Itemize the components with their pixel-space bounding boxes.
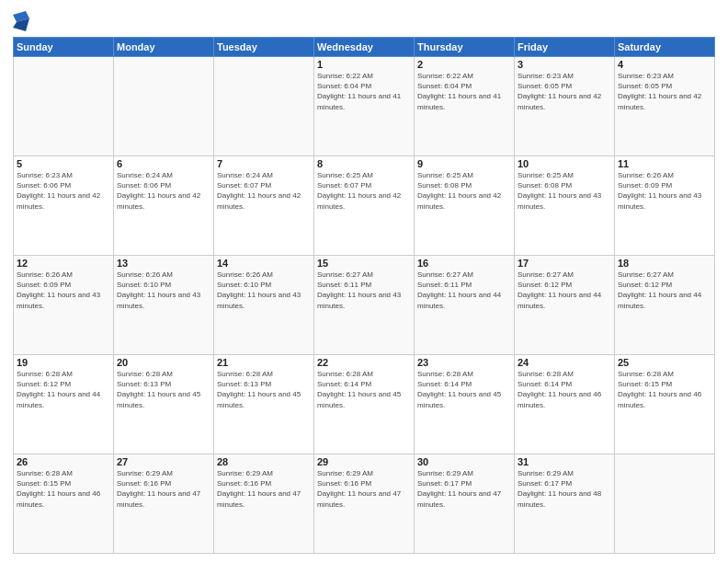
day-info: Sunrise: 6:28 AMSunset: 6:15 PMDaylight:…	[618, 369, 711, 410]
day-info: Sunrise: 6:27 AMSunset: 6:12 PMDaylight:…	[618, 270, 711, 311]
calendar-cell-5-7	[615, 454, 715, 554]
day-info: Sunrise: 6:22 AMSunset: 6:04 PMDaylight:…	[417, 71, 511, 112]
calendar-cell-2-4: 8Sunrise: 6:25 AMSunset: 6:07 PMDaylight…	[314, 156, 415, 256]
day-info: Sunrise: 6:28 AMSunset: 6:13 PMDaylight:…	[117, 369, 210, 410]
day-info: Sunrise: 6:29 AMSunset: 6:16 PMDaylight:…	[117, 468, 210, 510]
week-row-1: 1Sunrise: 6:22 AMSunset: 6:04 PMDaylight…	[14, 57, 715, 156]
calendar-cell-1-6: 3Sunrise: 6:23 AMSunset: 6:05 PMDaylight…	[515, 57, 615, 156]
calendar-cell-1-7: 4Sunrise: 6:23 AMSunset: 6:05 PMDaylight…	[615, 57, 715, 156]
logo	[13, 9, 31, 31]
calendar-cell-4-7: 25Sunrise: 6:28 AMSunset: 6:15 PMDayligh…	[615, 355, 715, 454]
day-number: 15	[317, 258, 411, 269]
day-number: 5	[17, 158, 110, 169]
calendar-cell-5-5: 30Sunrise: 6:29 AMSunset: 6:17 PMDayligh…	[415, 454, 515, 554]
calendar-cell-5-3: 28Sunrise: 6:29 AMSunset: 6:16 PMDayligh…	[214, 454, 314, 554]
day-number: 17	[518, 258, 611, 269]
calendar-cell-3-5: 16Sunrise: 6:27 AMSunset: 6:11 PMDayligh…	[415, 256, 515, 355]
day-number: 1	[317, 59, 411, 70]
day-info: Sunrise: 6:28 AMSunset: 6:15 PMDaylight:…	[17, 468, 110, 510]
calendar-cell-5-2: 27Sunrise: 6:29 AMSunset: 6:16 PMDayligh…	[114, 454, 214, 554]
calendar-cell-2-3: 7Sunrise: 6:24 AMSunset: 6:07 PMDaylight…	[214, 156, 314, 256]
day-number: 20	[117, 357, 210, 368]
calendar-cell-5-1: 26Sunrise: 6:28 AMSunset: 6:15 PMDayligh…	[14, 454, 114, 554]
day-info: Sunrise: 6:29 AMSunset: 6:16 PMDaylight:…	[317, 468, 411, 510]
calendar-cell-2-5: 9Sunrise: 6:25 AMSunset: 6:08 PMDaylight…	[415, 156, 515, 256]
day-info: Sunrise: 6:29 AMSunset: 6:16 PMDaylight:…	[217, 468, 311, 510]
day-number: 23	[417, 357, 511, 368]
day-info: Sunrise: 6:23 AMSunset: 6:05 PMDaylight:…	[618, 71, 711, 112]
day-number: 22	[317, 357, 411, 368]
day-info: Sunrise: 6:26 AMSunset: 6:09 PMDaylight:…	[618, 170, 711, 212]
week-row-4: 19Sunrise: 6:28 AMSunset: 6:12 PMDayligh…	[14, 355, 715, 454]
day-number: 4	[618, 59, 711, 70]
header	[13, 9, 715, 31]
logo-icon	[13, 11, 29, 31]
day-number: 26	[17, 456, 110, 467]
day-number: 25	[618, 357, 711, 368]
day-number: 31	[518, 456, 611, 467]
calendar-cell-1-5: 2Sunrise: 6:22 AMSunset: 6:04 PMDaylight…	[415, 57, 515, 156]
calendar-cell-4-5: 23Sunrise: 6:28 AMSunset: 6:14 PMDayligh…	[415, 355, 515, 454]
day-info: Sunrise: 6:28 AMSunset: 6:14 PMDaylight:…	[417, 369, 511, 410]
day-info: Sunrise: 6:28 AMSunset: 6:13 PMDaylight:…	[217, 369, 311, 410]
calendar-cell-2-1: 5Sunrise: 6:23 AMSunset: 6:06 PMDaylight…	[14, 156, 114, 256]
calendar-cell-2-7: 11Sunrise: 6:26 AMSunset: 6:09 PMDayligh…	[615, 156, 715, 256]
day-number: 16	[417, 258, 511, 269]
weekday-header-sunday: Sunday	[14, 38, 114, 57]
day-number: 13	[117, 258, 210, 269]
day-number: 30	[417, 456, 511, 467]
weekday-header-wednesday: Wednesday	[314, 38, 415, 57]
page: SundayMondayTuesdayWednesdayThursdayFrid…	[0, 0, 728, 563]
day-number: 9	[417, 158, 511, 169]
day-number: 14	[217, 258, 311, 269]
calendar-cell-4-2: 20Sunrise: 6:28 AMSunset: 6:13 PMDayligh…	[114, 355, 214, 454]
calendar-cell-4-3: 21Sunrise: 6:28 AMSunset: 6:13 PMDayligh…	[214, 355, 314, 454]
day-info: Sunrise: 6:26 AMSunset: 6:10 PMDaylight:…	[117, 270, 210, 311]
calendar-cell-3-6: 17Sunrise: 6:27 AMSunset: 6:12 PMDayligh…	[515, 256, 615, 355]
day-info: Sunrise: 6:23 AMSunset: 6:05 PMDaylight:…	[518, 71, 611, 112]
day-info: Sunrise: 6:23 AMSunset: 6:06 PMDaylight:…	[17, 170, 110, 212]
day-info: Sunrise: 6:25 AMSunset: 6:08 PMDaylight:…	[417, 170, 511, 212]
weekday-header-friday: Friday	[515, 38, 615, 57]
calendar-cell-4-4: 22Sunrise: 6:28 AMSunset: 6:14 PMDayligh…	[314, 355, 415, 454]
day-info: Sunrise: 6:28 AMSunset: 6:14 PMDaylight:…	[518, 369, 611, 410]
calendar-cell-2-6: 10Sunrise: 6:25 AMSunset: 6:08 PMDayligh…	[515, 156, 615, 256]
day-number: 2	[417, 59, 511, 70]
calendar-cell-3-1: 12Sunrise: 6:26 AMSunset: 6:09 PMDayligh…	[14, 256, 114, 355]
day-info: Sunrise: 6:28 AMSunset: 6:12 PMDaylight:…	[17, 369, 110, 410]
day-number: 29	[317, 456, 411, 467]
day-number: 8	[317, 158, 411, 169]
calendar-cell-4-6: 24Sunrise: 6:28 AMSunset: 6:14 PMDayligh…	[515, 355, 615, 454]
weekday-header-saturday: Saturday	[615, 38, 715, 57]
calendar-cell-3-2: 13Sunrise: 6:26 AMSunset: 6:10 PMDayligh…	[114, 256, 214, 355]
day-info: Sunrise: 6:25 AMSunset: 6:08 PMDaylight:…	[518, 170, 611, 212]
day-number: 3	[518, 59, 611, 70]
calendar-cell-3-4: 15Sunrise: 6:27 AMSunset: 6:11 PMDayligh…	[314, 256, 415, 355]
day-info: Sunrise: 6:26 AMSunset: 6:10 PMDaylight:…	[217, 270, 311, 311]
day-number: 18	[618, 258, 711, 269]
calendar-header: SundayMondayTuesdayWednesdayThursdayFrid…	[14, 38, 715, 57]
calendar-cell-2-2: 6Sunrise: 6:24 AMSunset: 6:06 PMDaylight…	[114, 156, 214, 256]
calendar-table: SundayMondayTuesdayWednesdayThursdayFrid…	[13, 37, 715, 554]
calendar-body: 1Sunrise: 6:22 AMSunset: 6:04 PMDaylight…	[14, 57, 715, 554]
day-info: Sunrise: 6:27 AMSunset: 6:12 PMDaylight:…	[518, 270, 611, 311]
calendar-cell-5-6: 31Sunrise: 6:29 AMSunset: 6:17 PMDayligh…	[515, 454, 615, 554]
day-number: 6	[117, 158, 210, 169]
week-row-3: 12Sunrise: 6:26 AMSunset: 6:09 PMDayligh…	[14, 256, 715, 355]
day-number: 10	[518, 158, 611, 169]
calendar-cell-4-1: 19Sunrise: 6:28 AMSunset: 6:12 PMDayligh…	[14, 355, 114, 454]
weekday-header-row: SundayMondayTuesdayWednesdayThursdayFrid…	[14, 38, 715, 57]
day-number: 19	[17, 357, 110, 368]
calendar-cell-1-4: 1Sunrise: 6:22 AMSunset: 6:04 PMDaylight…	[314, 57, 415, 156]
day-info: Sunrise: 6:28 AMSunset: 6:14 PMDaylight:…	[317, 369, 411, 410]
calendar-cell-5-4: 29Sunrise: 6:29 AMSunset: 6:16 PMDayligh…	[314, 454, 415, 554]
day-number: 7	[217, 158, 311, 169]
week-row-5: 26Sunrise: 6:28 AMSunset: 6:15 PMDayligh…	[14, 454, 715, 554]
calendar-cell-3-3: 14Sunrise: 6:26 AMSunset: 6:10 PMDayligh…	[214, 256, 314, 355]
day-number: 21	[217, 357, 311, 368]
weekday-header-tuesday: Tuesday	[214, 38, 314, 57]
day-number: 27	[117, 456, 210, 467]
day-info: Sunrise: 6:29 AMSunset: 6:17 PMDaylight:…	[417, 468, 511, 510]
day-number: 28	[217, 456, 311, 467]
calendar-cell-1-3	[214, 57, 314, 156]
